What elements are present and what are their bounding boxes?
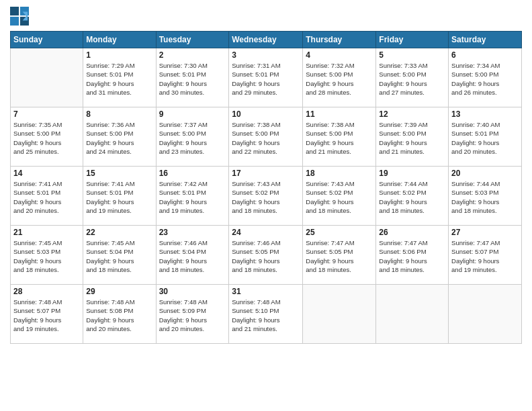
week-row-4: 21Sunrise: 7:45 AMSunset: 5:03 PMDayligh…: [11, 226, 522, 285]
day-number: 13: [451, 109, 519, 119]
week-row-1: 1Sunrise: 7:29 AMSunset: 5:01 PMDaylight…: [11, 48, 522, 107]
day-info: Sunrise: 7:34 AMSunset: 5:00 PMDaylight:…: [451, 61, 519, 97]
week-row-5: 28Sunrise: 7:48 AMSunset: 5:07 PMDayligh…: [11, 285, 522, 344]
day-number: 23: [159, 228, 226, 237]
day-number: 15: [86, 169, 152, 178]
calendar-cell: 30Sunrise: 7:48 AMSunset: 5:09 PMDayligh…: [156, 285, 229, 344]
day-info: Sunrise: 7:48 AMSunset: 5:09 PMDaylight:…: [159, 298, 226, 333]
day-number: 30: [159, 287, 226, 296]
header-wednesday: Wednesday: [229, 32, 303, 48]
header-sunday: Sunday: [11, 32, 83, 48]
logo: [10, 7, 30, 26]
day-number: 6: [451, 50, 519, 60]
calendar-cell: 25Sunrise: 7:47 AMSunset: 5:05 PMDayligh…: [303, 226, 376, 285]
day-number: 1: [86, 50, 152, 60]
day-info: Sunrise: 7:46 AMSunset: 5:04 PMDaylight:…: [159, 238, 226, 274]
day-info: Sunrise: 7:32 AMSunset: 5:00 PMDaylight:…: [306, 61, 373, 97]
week-row-2: 7Sunrise: 7:35 AMSunset: 5:00 PMDaylight…: [11, 107, 522, 167]
calendar-cell: 18Sunrise: 7:43 AMSunset: 5:02 PMDayligh…: [303, 167, 376, 226]
day-info: Sunrise: 7:46 AMSunset: 5:05 PMDaylight:…: [232, 238, 300, 274]
calendar-cell: 10Sunrise: 7:38 AMSunset: 5:00 PMDayligh…: [229, 107, 303, 167]
day-number: 12: [379, 109, 445, 119]
day-number: 21: [13, 228, 80, 237]
day-info: Sunrise: 7:40 AMSunset: 5:01 PMDaylight:…: [451, 120, 519, 156]
day-info: Sunrise: 7:35 AMSunset: 5:00 PMDaylight:…: [13, 120, 80, 156]
header: [10, 7, 522, 26]
day-number: 14: [13, 169, 80, 178]
day-info: Sunrise: 7:47 AMSunset: 5:06 PMDaylight:…: [379, 238, 445, 274]
day-number: 16: [159, 169, 226, 178]
day-number: 8: [86, 109, 152, 119]
day-info: Sunrise: 7:39 AMSunset: 5:00 PMDaylight:…: [379, 120, 445, 156]
day-info: Sunrise: 7:44 AMSunset: 5:02 PMDaylight:…: [379, 179, 445, 215]
day-info: Sunrise: 7:45 AMSunset: 5:03 PMDaylight:…: [13, 238, 80, 274]
day-number: 5: [379, 50, 445, 60]
calendar-cell: 3Sunrise: 7:31 AMSunset: 5:01 PMDaylight…: [229, 48, 303, 107]
day-number: 9: [159, 109, 226, 119]
day-info: Sunrise: 7:38 AMSunset: 5:00 PMDaylight:…: [232, 120, 300, 156]
header-monday: Monday: [83, 32, 156, 48]
calendar-cell: 20Sunrise: 7:44 AMSunset: 5:03 PMDayligh…: [449, 167, 522, 226]
header-thursday: Thursday: [303, 32, 376, 48]
calendar-cell: 7Sunrise: 7:35 AMSunset: 5:00 PMDaylight…: [11, 107, 83, 167]
day-info: Sunrise: 7:47 AMSunset: 5:07 PMDaylight:…: [451, 238, 519, 274]
day-info: Sunrise: 7:48 AMSunset: 5:08 PMDaylight:…: [86, 298, 152, 333]
day-number: 11: [306, 109, 373, 119]
day-number: 25: [306, 228, 373, 237]
day-number: 24: [232, 228, 300, 237]
calendar-cell: [303, 285, 376, 344]
day-info: Sunrise: 7:42 AMSunset: 5:01 PMDaylight:…: [159, 179, 226, 215]
calendar-cell: 11Sunrise: 7:38 AMSunset: 5:00 PMDayligh…: [303, 107, 376, 167]
calendar-cell: 27Sunrise: 7:47 AMSunset: 5:07 PMDayligh…: [449, 226, 522, 285]
calendar-cell: [449, 285, 522, 344]
day-info: Sunrise: 7:33 AMSunset: 5:00 PMDaylight:…: [379, 61, 445, 97]
calendar-cell: 17Sunrise: 7:43 AMSunset: 5:02 PMDayligh…: [229, 167, 303, 226]
calendar-cell: 5Sunrise: 7:33 AMSunset: 5:00 PMDaylight…: [376, 48, 449, 107]
day-info: Sunrise: 7:29 AMSunset: 5:01 PMDaylight:…: [86, 61, 152, 97]
calendar-cell: 26Sunrise: 7:47 AMSunset: 5:06 PMDayligh…: [376, 226, 449, 285]
calendar-cell: 29Sunrise: 7:48 AMSunset: 5:08 PMDayligh…: [83, 285, 156, 344]
day-info: Sunrise: 7:30 AMSunset: 5:01 PMDaylight:…: [159, 61, 226, 97]
day-info: Sunrise: 7:48 AMSunset: 5:07 PMDaylight:…: [13, 298, 80, 333]
day-number: 17: [232, 169, 300, 178]
calendar-cell: 21Sunrise: 7:45 AMSunset: 5:03 PMDayligh…: [11, 226, 83, 285]
day-info: Sunrise: 7:43 AMSunset: 5:02 PMDaylight:…: [232, 179, 300, 215]
calendar-cell: 16Sunrise: 7:42 AMSunset: 5:01 PMDayligh…: [156, 167, 229, 226]
calendar-cell: 28Sunrise: 7:48 AMSunset: 5:07 PMDayligh…: [11, 285, 83, 344]
calendar-cell: 24Sunrise: 7:46 AMSunset: 5:05 PMDayligh…: [229, 226, 303, 285]
day-number: 28: [13, 287, 80, 296]
calendar: SundayMondayTuesdayWednesdayThursdayFrid…: [10, 31, 522, 344]
week-row-3: 14Sunrise: 7:41 AMSunset: 5:01 PMDayligh…: [11, 167, 522, 226]
day-info: Sunrise: 7:38 AMSunset: 5:00 PMDaylight:…: [306, 120, 373, 156]
calendar-cell: 12Sunrise: 7:39 AMSunset: 5:00 PMDayligh…: [376, 107, 449, 167]
calendar-cell: 8Sunrise: 7:36 AMSunset: 5:00 PMDaylight…: [83, 107, 156, 167]
day-number: 7: [13, 109, 80, 119]
calendar-cell: 31Sunrise: 7:48 AMSunset: 5:10 PMDayligh…: [229, 285, 303, 344]
day-number: 3: [232, 50, 300, 60]
calendar-cell: 22Sunrise: 7:45 AMSunset: 5:04 PMDayligh…: [83, 226, 156, 285]
logo-icon: [10, 7, 29, 26]
calendar-cell: 14Sunrise: 7:41 AMSunset: 5:01 PMDayligh…: [11, 167, 83, 226]
page: SundayMondayTuesdayWednesdayThursdayFrid…: [0, 0, 532, 411]
day-number: 31: [232, 287, 300, 296]
svg-rect-0: [10, 7, 19, 15]
day-number: 29: [86, 287, 152, 296]
calendar-cell: 13Sunrise: 7:40 AMSunset: 5:01 PMDayligh…: [449, 107, 522, 167]
day-info: Sunrise: 7:43 AMSunset: 5:02 PMDaylight:…: [306, 179, 373, 215]
header-saturday: Saturday: [449, 32, 522, 48]
day-info: Sunrise: 7:47 AMSunset: 5:05 PMDaylight:…: [306, 238, 373, 274]
day-number: 26: [379, 228, 445, 237]
header-tuesday: Tuesday: [156, 32, 229, 48]
day-info: Sunrise: 7:45 AMSunset: 5:04 PMDaylight:…: [86, 238, 152, 274]
calendar-cell: 23Sunrise: 7:46 AMSunset: 5:04 PMDayligh…: [156, 226, 229, 285]
svg-rect-2: [10, 17, 19, 26]
calendar-header-row: SundayMondayTuesdayWednesdayThursdayFrid…: [11, 32, 522, 48]
day-number: 4: [306, 50, 373, 60]
calendar-cell: 4Sunrise: 7:32 AMSunset: 5:00 PMDaylight…: [303, 48, 376, 107]
day-info: Sunrise: 7:41 AMSunset: 5:01 PMDaylight:…: [13, 179, 80, 215]
calendar-cell: 1Sunrise: 7:29 AMSunset: 5:01 PMDaylight…: [83, 48, 156, 107]
day-info: Sunrise: 7:31 AMSunset: 5:01 PMDaylight:…: [232, 61, 300, 97]
day-info: Sunrise: 7:41 AMSunset: 5:01 PMDaylight:…: [86, 179, 152, 215]
day-number: 2: [159, 50, 226, 60]
calendar-cell: 15Sunrise: 7:41 AMSunset: 5:01 PMDayligh…: [83, 167, 156, 226]
